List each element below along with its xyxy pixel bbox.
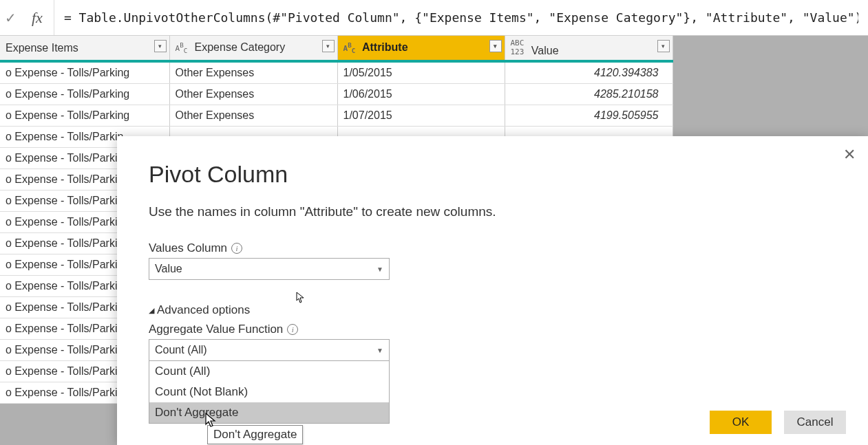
type-icon: ABC — [343, 41, 356, 54]
aggregate-function-dropdown: Count (All) Count (Not Blank) Don't Aggr… — [149, 361, 390, 424]
col-header-label: Expense Items — [6, 42, 78, 54]
ok-button[interactable]: OK — [710, 411, 772, 434]
dialog-subtitle: Use the names in column "Attribute" to c… — [149, 204, 836, 219]
cell[interactable]: 1/06/2015 — [337, 84, 505, 105]
select-value: Value — [155, 263, 182, 275]
cell[interactable]: Other Expenses — [169, 84, 337, 105]
close-button[interactable]: ✕ — [843, 146, 856, 164]
cell[interactable]: 4120.394383 — [505, 61, 673, 84]
formula-bar: ✓ fx — [0, 0, 868, 36]
cell[interactable]: 4199.505955 — [505, 105, 673, 127]
formula-input[interactable] — [54, 0, 868, 35]
advanced-options-toggle[interactable]: ◢ Advanced options — [149, 303, 836, 317]
filter-icon[interactable]: ▾ — [489, 40, 502, 52]
info-icon[interactable]: i — [287, 324, 298, 335]
table-row[interactable]: o Expense - Tolls/ParkingOther Expenses1… — [0, 61, 673, 84]
cell[interactable]: 4285.210158 — [505, 84, 673, 105]
chevron-down-icon: ▼ — [377, 265, 383, 273]
col-header-attribute[interactable]: ABC Attribute ▾ — [337, 36, 505, 61]
type-icon: ABC — [176, 41, 188, 54]
chevron-down-icon: ▼ — [377, 347, 383, 354]
info-icon[interactable]: i — [231, 243, 242, 254]
cell[interactable]: 1/05/2015 — [337, 61, 505, 84]
col-header-label: Attribute — [362, 41, 408, 53]
col-header-label: Expense Category — [195, 41, 286, 53]
col-header-expense-items[interactable]: Expense Items ▾ — [0, 36, 169, 61]
cancel-button[interactable]: Cancel — [784, 411, 846, 434]
table-row[interactable]: o Expense - Tolls/ParkingOther Expenses1… — [0, 105, 673, 127]
option-count-all[interactable]: Count (All) — [149, 361, 389, 382]
aggregate-function-select[interactable]: Count (All) ▼ — [149, 339, 390, 361]
disclosure-triangle-icon: ◢ — [149, 306, 154, 315]
dialog-title: Pivot Column — [149, 161, 836, 188]
header-row: Expense Items ▾ ABC Expense Category ▾ A… — [0, 36, 673, 61]
option-dont-aggregate[interactable]: Don't Aggregate — [149, 402, 389, 423]
option-count-not-blank[interactable]: Count (Not Blank) — [149, 382, 389, 402]
aggregate-function-label: Aggregate Value Function i — [149, 323, 836, 336]
values-column-select[interactable]: Value ▼ — [149, 258, 390, 280]
cell[interactable]: Other Expenses — [169, 105, 337, 127]
cell[interactable]: Other Expenses — [169, 61, 337, 84]
accept-icon[interactable]: ✓ — [0, 10, 21, 26]
tooltip: Don't Aggregate — [207, 425, 303, 444]
select-value: Count (All) — [155, 344, 207, 356]
fx-icon[interactable]: fx — [21, 0, 54, 35]
filter-icon[interactable]: ▾ — [322, 40, 335, 52]
cell[interactable]: o Expense - Tolls/Parking — [0, 84, 169, 105]
type-icon: ABC123 — [511, 39, 525, 56]
col-header-expense-category[interactable]: ABC Expense Category ▾ — [169, 36, 337, 61]
col-header-value[interactable]: ABC123 Value ▾ — [505, 36, 673, 61]
col-header-label: Value — [531, 45, 559, 56]
filter-icon[interactable]: ▾ — [657, 40, 670, 52]
table-row[interactable]: o Expense - Tolls/ParkingOther Expenses1… — [0, 84, 673, 105]
cell[interactable]: o Expense - Tolls/Parking — [0, 105, 169, 127]
pivot-column-dialog: ✕ Pivot Column Use the names in column "… — [117, 136, 868, 445]
cell[interactable]: 1/07/2015 — [337, 105, 505, 127]
filter-icon[interactable]: ▾ — [154, 40, 167, 52]
values-column-label: Values Column i — [149, 241, 836, 255]
cell[interactable]: o Expense - Tolls/Parking — [0, 61, 169, 84]
